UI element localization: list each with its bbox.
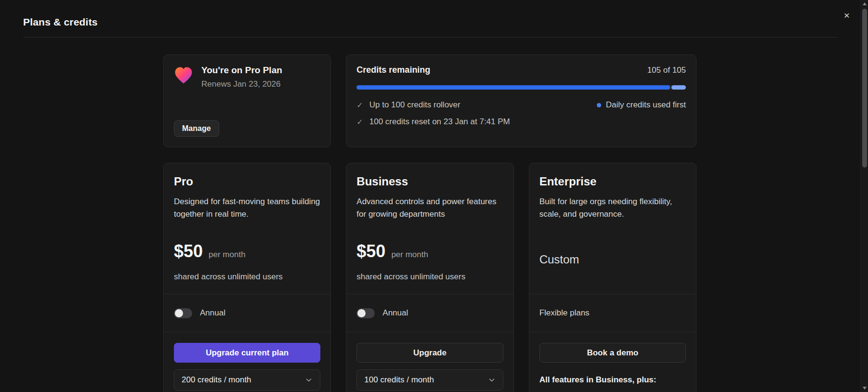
modal-header: Plans & credits — [0, 0, 868, 28]
credits-dropdown[interactable]: 200 credits / month — [174, 369, 320, 391]
check-icon: ✓ — [356, 118, 363, 127]
scrollbar-down-button[interactable] — [861, 384, 868, 392]
plan-price: $50 — [356, 241, 385, 261]
current-plan-card: You're on Pro Plan Renews Jan 23, 2026 M… — [163, 54, 331, 147]
credits-progress-main — [356, 85, 670, 90]
scrollbar[interactable] — [860, 0, 868, 392]
plan-price: Custom — [539, 253, 686, 266]
manage-button[interactable]: Manage — [174, 120, 219, 137]
credits-dropdown-value: 100 credits / month — [364, 375, 434, 385]
plan-name: Pro — [174, 175, 320, 188]
annual-toggle[interactable] — [174, 308, 192, 318]
credits-legend-label: Daily credits used first — [606, 100, 686, 110]
credits-progress-tail — [671, 85, 686, 90]
close-button[interactable]: × — [840, 9, 854, 22]
credit-item-rollover: ✓ Up to 100 credits rollover — [356, 100, 510, 110]
plan-price: $50 — [174, 241, 203, 261]
plan-card-business: Business Advanced controls and power fea… — [346, 163, 513, 392]
annual-toggle[interactable] — [356, 308, 375, 318]
annual-toggle-label: Annual — [200, 308, 225, 318]
close-icon: × — [844, 10, 850, 21]
book-demo-button[interactable]: Book a demo — [539, 343, 686, 363]
plan-price-note: shared across unlimited users — [174, 272, 320, 282]
plan-name: Business — [356, 175, 503, 188]
lovable-logo-icon — [174, 66, 193, 85]
features-intro: All features in Business, plus: — [539, 375, 686, 385]
credit-item-reset: ✓ 100 credits reset on 23 Jan at 7:41 PM — [356, 117, 510, 127]
plans-credits-modal: Plans & credits × You — [0, 0, 868, 392]
scrollbar-thumb[interactable] — [862, 9, 867, 168]
header-divider — [23, 37, 837, 38]
current-plan-renewal: Renews Jan 23, 2026 — [201, 79, 282, 89]
plan-price-period: per month — [391, 250, 428, 260]
chevron-down-icon — [488, 376, 496, 384]
plan-description: Built for large orgs needing flexibility… — [539, 196, 686, 220]
chevron-down-icon — [305, 376, 313, 384]
credits-title: Credits remaining — [356, 65, 430, 75]
scrollbar-up-button[interactable] — [861, 0, 868, 8]
credits-progress-fill — [356, 85, 686, 90]
current-plan-title: You're on Pro Plan — [201, 65, 282, 76]
arrow-down-icon — [863, 387, 867, 390]
toggle-knob — [357, 309, 366, 317]
annual-toggle-label: Annual — [382, 308, 408, 318]
credit-item-label: Up to 100 credits rollover — [369, 100, 460, 110]
credits-count: 105 of 105 — [647, 65, 686, 75]
credits-progress-bar — [356, 85, 686, 90]
credits-dropdown[interactable]: 100 credits / month — [356, 369, 503, 391]
upgrade-current-plan-button[interactable]: Upgrade current plan — [174, 343, 320, 363]
credits-legend: Daily credits used first — [597, 100, 686, 110]
toggle-knob — [175, 309, 183, 317]
daily-credits-dot-icon — [597, 103, 601, 107]
plan-description: Designed for fast-moving teams building … — [174, 196, 320, 220]
credits-dropdown-value: 200 credits / month — [182, 375, 251, 385]
plan-price-note: shared across unlimited users — [356, 272, 503, 282]
credits-card: Credits remaining 105 of 105 ✓ Up to 100… — [346, 54, 697, 147]
plan-price-note: Flexible plans — [539, 308, 590, 318]
upgrade-button[interactable]: Upgrade — [356, 343, 503, 363]
arrow-up-icon — [863, 2, 867, 5]
content-grid: You're on Pro Plan Renews Jan 23, 2026 M… — [163, 54, 697, 392]
credit-item-label: 100 credits reset on 23 Jan at 7:41 PM — [369, 117, 510, 127]
plan-card-pro: Pro Designed for fast-moving teams build… — [163, 163, 331, 392]
plan-card-enterprise: Enterprise Built for large orgs needing … — [529, 163, 697, 392]
check-icon: ✓ — [356, 101, 363, 110]
plan-name: Enterprise — [539, 175, 686, 188]
plan-description: Advanced controls and power features for… — [356, 196, 503, 220]
page-title: Plans & credits — [23, 16, 837, 28]
plan-price-period: per month — [209, 250, 246, 260]
